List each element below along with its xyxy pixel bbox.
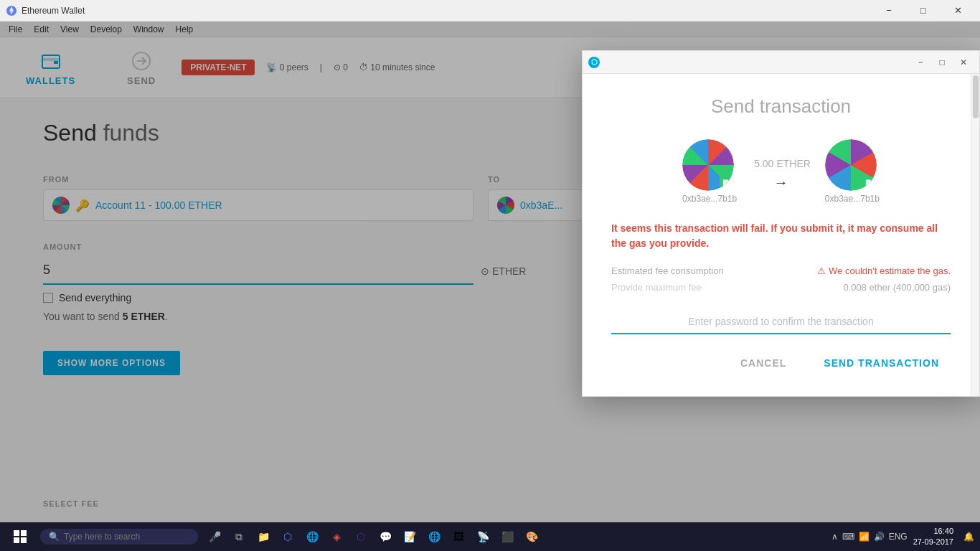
modal-titlebar: ⬡ − □ ✕ xyxy=(583,51,979,74)
taskbar-tray: ∧ ⌨ 📶 🔊 ENG 16:40 27-09-2017 🔔 xyxy=(831,526,974,548)
search-icon: 🔍 xyxy=(49,532,60,542)
taskbar-cmd-icon[interactable]: ⬛ xyxy=(496,526,518,547)
tray-network[interactable]: 📶 xyxy=(859,532,870,542)
to-avatar-overlay-icon: 📄 xyxy=(862,176,875,189)
close-button[interactable]: ✕ xyxy=(941,0,974,22)
taskbar: 🔍 🎤 ⧉ 📁 ⬡ 🌐 ◈ ⬡ 💬 📝 🌐 🖼 📡 ⬛ 🎨 ∧ ⌨ 📶 🔊 EN… xyxy=(0,522,980,551)
svg-rect-10 xyxy=(14,537,19,543)
taskbar-time[interactable]: 16:40 27-09-2017 xyxy=(913,526,953,548)
modal-actions: CANCEL SEND TRANSACTION xyxy=(611,352,951,375)
modal-scroll-thumb xyxy=(973,75,979,118)
modal-icon: ⬡ xyxy=(588,57,600,68)
taskbar-vs-icon[interactable]: ⬡ xyxy=(350,526,372,547)
svg-rect-11 xyxy=(21,537,27,543)
taskbar-search[interactable]: 🔍 xyxy=(40,529,198,545)
taskbar-paint-icon[interactable]: 🎨 xyxy=(521,526,542,547)
tray-icons: ∧ ⌨ 📶 🔊 ENG xyxy=(831,532,908,542)
send-transaction-button[interactable]: SEND TRANSACTION xyxy=(812,352,951,375)
window-controls: − □ ✕ xyxy=(872,0,974,22)
tray-keyboard[interactable]: ⌨ xyxy=(842,532,854,542)
warning-box: It seems this transaction will fail. If … xyxy=(611,221,951,251)
taskbar-icons: 🎤 ⧉ 📁 ⬡ 🌐 ◈ ⬡ 💬 📝 🌐 🖼 📡 ⬛ 🎨 xyxy=(204,526,831,547)
fee-section: Estimated fee consumption ⚠ We couldn't … xyxy=(611,265,951,293)
minimize-button[interactable]: − xyxy=(872,0,905,22)
avatar-overlay-icon: 📄 xyxy=(720,176,732,189)
svg-rect-8 xyxy=(14,530,19,536)
search-input[interactable] xyxy=(64,532,179,542)
tray-language[interactable]: ENG xyxy=(889,532,908,542)
fee-error: ⚠ We couldn't estimate the gas. xyxy=(817,265,951,276)
to-tx-address: 0xb3ae...7b1b xyxy=(825,194,880,204)
notifications-icon[interactable]: 🔔 xyxy=(963,532,974,542)
title-bar: Ethereum Wallet − □ ✕ xyxy=(0,0,980,22)
warning-text: It seems this transaction will fail. If … xyxy=(611,221,951,251)
taskbar-chrome-icon[interactable]: 🌐 xyxy=(301,526,323,547)
taskbar-cortana-icon[interactable]: 🎤 xyxy=(204,526,225,547)
taskbar-app2-icon[interactable]: ◈ xyxy=(326,526,347,547)
tx-arrow-icon: → xyxy=(773,174,788,191)
from-tx-address: 0xb3ae...7b1b xyxy=(682,194,737,204)
tray-volume[interactable]: 🔊 xyxy=(874,532,885,542)
modal-title: Send transaction xyxy=(611,95,951,118)
warning-circle-icon: ⚠ xyxy=(817,265,826,276)
modal-scrollbar[interactable] xyxy=(971,74,979,396)
cancel-button[interactable]: CANCEL xyxy=(729,352,798,375)
taskbar-ethereum-icon[interactable]: ⬡ xyxy=(277,526,298,547)
modal-controls: − □ ✕ xyxy=(910,55,974,70)
from-tx-avatar: 📄 xyxy=(682,139,734,191)
maximize-button[interactable]: □ xyxy=(907,0,940,22)
svg-rect-9 xyxy=(21,530,27,536)
taskbar-taskview-icon[interactable]: ⧉ xyxy=(228,526,250,547)
max-fee-label: Provide maximum fee xyxy=(611,282,702,293)
fee-row-estimated: Estimated fee consumption ⚠ We couldn't … xyxy=(611,265,951,276)
fee-label: Estimated fee consumption xyxy=(611,265,724,276)
modal-body: Send transaction 📄 0xb3ae...7b1b 5.00ETH… xyxy=(583,74,979,396)
modal-close-button[interactable]: ✕ xyxy=(953,55,974,70)
max-fee-value: 0.008 ether (400,000 gas) xyxy=(843,282,951,293)
transaction-visual: 📄 0xb3ae...7b1b 5.00ETHER → 📄 0xb3ae...7 xyxy=(611,139,951,204)
taskbar-skype-icon[interactable]: 💬 xyxy=(374,526,396,547)
tray-chevron[interactable]: ∧ xyxy=(831,532,838,542)
taskbar-remote-icon[interactable]: 📡 xyxy=(472,526,494,547)
password-input[interactable] xyxy=(611,310,951,333)
taskbar-explorer-icon[interactable]: 📁 xyxy=(253,526,274,547)
send-transaction-modal: ⬡ − □ ✕ Send transaction 📄 0xb3ae...7b1b xyxy=(582,50,980,397)
to-tx-avatar: 📄 xyxy=(825,139,877,191)
taskbar-photos-icon[interactable]: 🖼 xyxy=(448,526,469,547)
modal-overlay: ⬡ − □ ✕ Send transaction 📄 0xb3ae...7b1b xyxy=(0,22,980,522)
fee-row-max: Provide maximum fee 0.008 ether (400,000… xyxy=(611,282,951,293)
password-input-wrap xyxy=(611,310,951,334)
tx-amount: 5.00ETHER xyxy=(751,153,811,171)
app-icon xyxy=(6,5,17,17)
taskbar-ie-icon[interactable]: 🌐 xyxy=(423,526,445,547)
modal-maximize-button[interactable]: □ xyxy=(932,55,952,70)
taskbar-sticky-icon[interactable]: 📝 xyxy=(399,526,420,547)
start-button[interactable] xyxy=(6,526,34,547)
modal-minimize-button[interactable]: − xyxy=(910,55,930,70)
tx-amount-arrow: 5.00ETHER → xyxy=(751,153,811,191)
window-title: Ethereum Wallet xyxy=(22,6,872,16)
